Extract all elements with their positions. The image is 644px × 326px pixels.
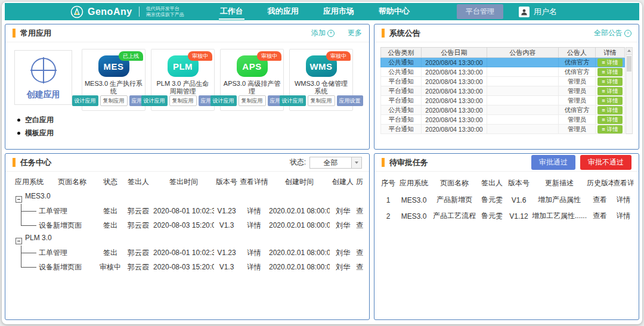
announcement-type: 公共通知 (381, 67, 422, 77)
nav-item[interactable]: 帮助中心 (377, 4, 411, 20)
announcement-detail-button[interactable]: ≡详情 (597, 97, 623, 105)
approval-row[interactable]: 1 MES3.0 产品新增页 鲁元雯 V1.6 增加产品属性 查看 详情 (379, 192, 634, 208)
announcement-publisher: 优倍官方 (559, 67, 596, 77)
task-center-panel: 任务中心 状态: 全部 应用系统页面名称状态签出人签出时间版本号查看详情创建时间… (5, 153, 370, 320)
task-history-link[interactable]: 查看 (356, 246, 363, 260)
announcement-row[interactable]: 平台通知 2020/08/04 13:30:00 管理员 ≡详情 (381, 96, 625, 105)
approve-button[interactable]: 审批通过 (531, 155, 575, 170)
task-time: 2020-08-01 10:02:30 (153, 204, 214, 218)
announcement-row[interactable]: 公共通知 2020/08/04 13:30:00 优倍官方 ≡详情 (381, 105, 625, 115)
copy-app-button[interactable]: 复制应用 (239, 95, 266, 106)
task-history-link[interactable]: 查看 (356, 204, 363, 218)
announcement-detail-button[interactable]: ≡详情 (597, 106, 623, 114)
approval-detail-link[interactable]: 详情 (613, 192, 634, 208)
announcement-detail-button[interactable]: ≡详情 (597, 58, 623, 67)
task-group-row[interactable]: PLM 3.0 (11, 232, 363, 246)
task-detail-link[interactable]: 详情 (239, 246, 269, 260)
design-app-button[interactable]: 设计应用 (72, 95, 98, 106)
task-history-link[interactable]: 查看 (356, 260, 363, 274)
task-user: 郭云霞 (123, 204, 153, 218)
reject-button[interactable]: 审批不通过 (580, 155, 631, 170)
nav-item[interactable]: 工作台 (219, 4, 244, 20)
announcement-detail-button[interactable]: ≡详情 (597, 77, 623, 86)
announcement-detail-button[interactable]: ≡详情 (597, 87, 623, 95)
task-creator: 刘华 (330, 204, 356, 218)
approval-row[interactable]: 2 MES3.0 产品工艺流程 鲁元雯 V1.12 增加工艺属性...... 查… (379, 208, 634, 224)
approvals-table: 序号应用系统页面名称签出人版本号更新描述历史版本查看详情 1 MES3.0 产品… (379, 174, 634, 224)
design-app-button[interactable]: 设计应用 (280, 95, 306, 106)
tree-branch (21, 267, 36, 268)
announcement-content (487, 105, 559, 115)
brand-tagline: 低代码开发平台 南京优倍旗下产品 (146, 6, 184, 18)
announcement-publisher: 优倍官方 (559, 58, 596, 67)
task-history-link[interactable]: 查看 (356, 218, 363, 232)
task-column-header: 签出时间 (153, 173, 214, 191)
announcement-row[interactable]: 平台通知 2020/08/04 13:30:00 管理员 ≡详情 (381, 86, 625, 96)
task-page: 设备新增页面 (39, 221, 82, 229)
task-page: 工单管理 (39, 249, 67, 257)
all-announcements-link[interactable]: 全部公告› (594, 28, 631, 38)
platform-manage-button[interactable]: 平台管理 (457, 4, 503, 19)
create-app-option[interactable]: 模板应用 (17, 126, 82, 139)
copy-app-button[interactable]: 复制应用 (169, 95, 197, 106)
add-circle-icon: + (327, 30, 335, 37)
nav-item[interactable]: 应用市场 (322, 4, 355, 20)
announcement-row[interactable]: 公共通知 2020/08/04 13:30:00 优倍官方 ≡详情 (381, 67, 625, 77)
create-app-option[interactable]: 空白应用 (17, 113, 82, 126)
scroll-up-icon[interactable] (626, 48, 632, 55)
scrollbar[interactable] (626, 47, 633, 134)
task-row[interactable]: 设备新增页面 审核中 郭云霞 2020-08-03 15:20:00 V1.3 … (11, 260, 363, 274)
approval-user: 鲁元雯 (478, 208, 506, 224)
announcement-date: 2020/08/04 13:30:00 (422, 58, 487, 67)
announcement-row[interactable]: 公共通知 2020/08/04 13:30:00 优倍官方 ≡详情 (381, 58, 625, 67)
status-badge: 审核中 (257, 51, 281, 61)
approval-history-link[interactable]: 查看 (587, 208, 613, 224)
announcement-date: 2020/08/04 13:30:00 (422, 96, 487, 105)
task-detail-link[interactable]: 详情 (239, 218, 269, 232)
announcement-detail-button[interactable]: ≡详情 (597, 116, 623, 124)
task-table-body: MES3.0 工单管理 签出 郭云霞 2020-08-01 10:02:30 V… (11, 191, 363, 274)
task-detail-link[interactable]: 详情 (239, 204, 269, 218)
task-version: V1.3 (214, 260, 239, 274)
copy-app-button[interactable]: 复制应用 (308, 95, 335, 106)
arrow-circle-icon: › (624, 30, 631, 37)
collapse-icon[interactable] (16, 238, 22, 244)
app-card[interactable]: 审核中 WMS WMS3.0 仓储管理系统 设计应用 复制应用 应用设置 (289, 49, 353, 111)
announcement-row[interactable]: 平台通知 2020/08/04 13:30:00 管理员 ≡详情 (381, 77, 625, 86)
app-card[interactable]: 已上线 MES MES3.0 生产执行系统 设计应用 复制应用 应用设置 (82, 49, 145, 111)
create-app-card[interactable]: 创建应用 (14, 50, 72, 105)
approval-column-header: 历史版本 (587, 174, 613, 192)
task-detail-link[interactable]: 详情 (239, 260, 269, 274)
more-link[interactable]: 更多 (348, 28, 362, 38)
task-group-row[interactable]: MES3.0 (11, 191, 363, 204)
user-menu[interactable]: 用户名 (519, 7, 557, 17)
announcement-row[interactable]: 平台通知 2020/08/04 13:30:00 管理员 ≡详情 (381, 115, 625, 125)
task-row[interactable]: 设备新增页面 签出 郭云霞 2020-08-03 15:20:00 V1.3 详… (11, 218, 363, 232)
task-row[interactable]: 工单管理 签出 郭云霞 2020-08-01 10:02:30 V1.23 详情… (11, 204, 363, 218)
collapse-icon[interactable] (16, 196, 22, 203)
announcement-row[interactable]: 平台通知 2020/08/04 13:30:00 管理员 ≡详情 (381, 125, 625, 134)
add-app-link[interactable]: 添加+ (311, 28, 335, 38)
announcement-detail-button[interactable]: ≡详情 (597, 125, 623, 133)
task-group-name: MES3.0 (25, 192, 51, 200)
design-app-button[interactable]: 设计应用 (210, 95, 237, 106)
panel-title: 待审批任务 (389, 157, 428, 168)
task-created: 2020.02.01 08:00:00 (269, 246, 330, 260)
copy-app-button[interactable]: 复制应用 (100, 95, 128, 106)
announcement-detail-button[interactable]: ≡详情 (597, 68, 623, 76)
nav-item[interactable]: 我的应用 (267, 4, 300, 20)
task-page: 工单管理 (39, 207, 67, 215)
scrollbar-thumb[interactable] (627, 56, 631, 72)
task-column-header: 查看详情 (239, 173, 269, 191)
approval-version: V1.6 (506, 192, 532, 208)
approval-detail-link[interactable]: 详情 (613, 208, 634, 224)
chevron-down-icon[interactable] (351, 157, 361, 168)
app-card[interactable]: 审核中 PLM PLM 3.0 产品生命周期管理 设计应用 复制应用 应用设置 (151, 49, 215, 111)
app-settings-button[interactable]: 应用设置 (337, 95, 363, 106)
app-card[interactable]: 审核中 APS APS3.0 高级排产管理 设计应用 复制应用 应用设置 (220, 49, 284, 111)
design-app-button[interactable]: 设计应用 (141, 95, 168, 106)
list-icon: ≡ (602, 88, 605, 95)
status-select[interactable]: 全部 (309, 157, 362, 169)
task-row[interactable]: 工单管理 签出 郭云霞 2020-08-01 10:02:30 V1.23 详情… (11, 246, 363, 260)
approval-history-link[interactable]: 查看 (587, 192, 613, 208)
